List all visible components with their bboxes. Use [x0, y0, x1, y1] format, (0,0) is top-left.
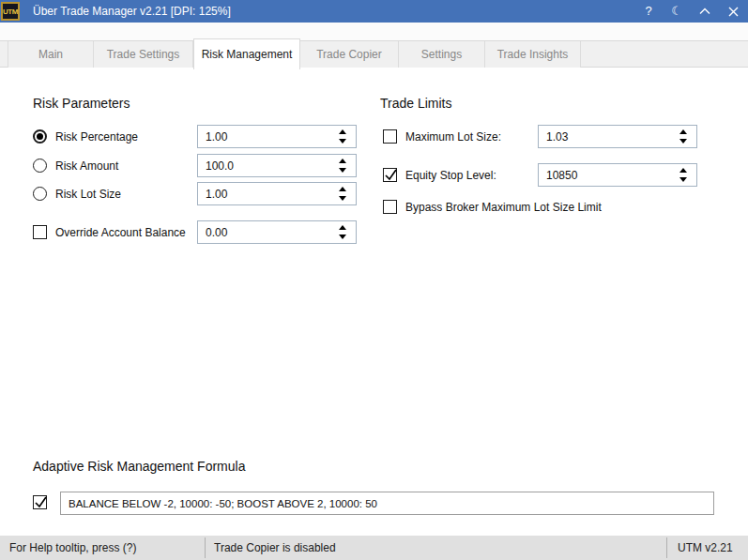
adaptive-formula-checkbox[interactable] — [33, 495, 47, 509]
status-copier-text: Trade Copier is disabled — [214, 536, 336, 560]
spin-down-button[interactable] — [339, 139, 346, 144]
spin-up-button[interactable] — [339, 129, 346, 134]
tab-trade-insights[interactable]: Trade Insights — [485, 41, 581, 68]
override-account-balance-checkbox[interactable] — [33, 225, 47, 239]
titlebar-controls: ? ☾ — [641, 0, 740, 23]
spin-up-button[interactable] — [339, 225, 346, 230]
risk-percentage-field — [197, 125, 357, 148]
minimize-chevron-icon[interactable] — [697, 8, 712, 15]
risk-parameters-heading: Risk Parameters — [33, 96, 130, 111]
status-divider — [666, 537, 667, 558]
tab-strip: Main Trade Settings Risk Management Trad… — [0, 40, 748, 68]
spin-down-button[interactable] — [339, 168, 346, 173]
risk-lot-size-input[interactable] — [198, 183, 329, 204]
bypass-broker-max-lot-checkbox[interactable] — [383, 200, 397, 214]
app-logo-icon: UTM — [1, 2, 20, 21]
risk-lot-size-field — [197, 182, 357, 205]
risk-percentage-label[interactable]: Risk Percentage — [55, 130, 138, 144]
risk-percentage-radio[interactable] — [33, 129, 47, 144]
risk-lot-size-label[interactable]: Risk Lot Size — [55, 188, 121, 201]
title-bar[interactable]: UTM Über Trade Manager v2.21 [DPI: 125%]… — [0, 0, 748, 23]
spin-down-button[interactable] — [679, 177, 687, 182]
moon-theme-icon[interactable]: ☾ — [669, 0, 684, 23]
status-version-text: UTM v2.21 — [678, 536, 733, 560]
adaptive-formula-heading: Adaptive Risk Management Formula — [33, 459, 245, 474]
tab-trade-copier[interactable]: Trade Copier — [300, 41, 399, 68]
override-account-balance-input[interactable] — [198, 221, 329, 243]
risk-amount-radio[interactable] — [33, 159, 47, 173]
equity-stop-level-input[interactable] — [539, 164, 670, 186]
risk-amount-field — [197, 154, 357, 177]
risk-management-panel: Risk Parameters Risk Percentage Risk Amo… — [0, 68, 748, 535]
equity-stop-level-field — [538, 163, 697, 187]
risk-amount-label[interactable]: Risk Amount — [55, 159, 118, 173]
spin-up-button[interactable] — [339, 159, 346, 163]
close-icon[interactable] — [725, 7, 740, 17]
override-account-balance-label[interactable]: Override Account Balance — [55, 226, 186, 239]
spin-down-button[interactable] — [339, 235, 346, 239]
adaptive-formula-field — [60, 492, 714, 515]
window-title: Über Trade Manager v2.21 [DPI: 125%] — [33, 5, 231, 18]
status-help-text: For Help tooltip, press (?) — [9, 536, 136, 560]
app-window: UTM Über Trade Manager v2.21 [DPI: 125%]… — [0, 0, 748, 560]
bypass-broker-max-lot-label[interactable]: Bypass Broker Maximum Lot Size Limit — [405, 201, 602, 214]
override-account-balance-field — [197, 220, 357, 244]
spin-up-button[interactable] — [679, 168, 687, 173]
tab-risk-management[interactable]: Risk Management — [193, 38, 300, 69]
help-icon[interactable]: ? — [641, 0, 656, 23]
adaptive-formula-input[interactable] — [61, 492, 713, 514]
tab-main[interactable]: Main — [8, 41, 94, 68]
risk-amount-input[interactable] — [198, 155, 329, 176]
tab-settings[interactable]: Settings — [399, 41, 485, 68]
spin-up-button[interactable] — [339, 187, 346, 191]
maximum-lot-size-field — [538, 125, 697, 148]
spin-down-button[interactable] — [339, 196, 346, 201]
maximum-lot-size-label[interactable]: Maximum Lot Size: — [405, 130, 501, 144]
risk-percentage-input[interactable] — [198, 126, 329, 147]
spin-down-button[interactable] — [679, 139, 687, 144]
tab-trade-settings[interactable]: Trade Settings — [94, 41, 193, 68]
status-divider — [205, 537, 206, 558]
equity-stop-level-label[interactable]: Equity Stop Level: — [405, 169, 496, 182]
equity-stop-level-checkbox[interactable] — [383, 168, 397, 182]
spin-up-button[interactable] — [679, 129, 687, 134]
trade-limits-heading: Trade Limits — [380, 96, 452, 111]
status-bar: For Help tooltip, press (?) Trade Copier… — [0, 536, 748, 560]
titlebar-gap — [0, 23, 748, 40]
maximum-lot-size-checkbox[interactable] — [383, 129, 397, 144]
risk-lot-size-radio[interactable] — [33, 187, 47, 201]
maximum-lot-size-input[interactable] — [539, 126, 670, 147]
